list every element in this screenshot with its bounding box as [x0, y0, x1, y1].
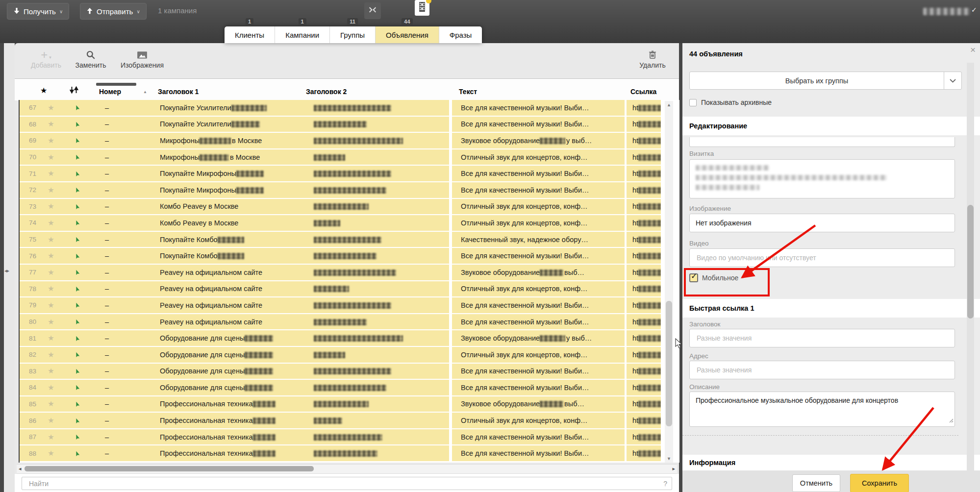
row-text-cell[interactable]: Отличный звук для концертов, конф… [452, 215, 625, 231]
search-input[interactable] [22, 477, 672, 490]
get-button[interactable]: Получить ∨ [7, 3, 69, 20]
row-headline2-cell[interactable] [308, 133, 449, 148]
user-account-redacted[interactable] [923, 8, 970, 15]
row-headline2-cell[interactable] [308, 232, 449, 247]
panel-scroll-thumb[interactable] [967, 205, 974, 319]
row-headline1-cell[interactable]: Комбо Peavey в Москве [160, 215, 308, 231]
row-text-cell[interactable]: Отличный звук для концертов, конф… [452, 199, 625, 215]
row-link-cell[interactable]: ht [627, 380, 661, 395]
ql-title-field[interactable] [689, 329, 955, 347]
delete-button[interactable]: Удалить [635, 47, 670, 69]
table-row[interactable]: 68★–Покупайте Усилители Все для качестве… [20, 117, 679, 132]
horizontal-scroll-thumb[interactable] [25, 466, 314, 471]
row-link-cell[interactable]: ht [627, 347, 661, 363]
row-link-cell[interactable]: ht [627, 182, 661, 198]
row-headline2-cell[interactable] [308, 215, 449, 231]
row-headline1-cell[interactable]: Микрофоныв Москве [160, 133, 308, 148]
column-header-h1[interactable]: Заголовок 1 [158, 88, 199, 96]
ql-address-field[interactable] [689, 361, 955, 379]
row-star-icon[interactable]: ★ [38, 133, 64, 148]
row-headline2-cell[interactable] [308, 347, 449, 363]
column-drag-indicator[interactable] [96, 83, 136, 86]
table-horizontal-scrollbar[interactable]: ◂ ▸ [17, 464, 677, 474]
table-row[interactable]: 87★–Профессиональная техника Все для кач… [20, 429, 679, 445]
row-headline1-cell[interactable]: Peavey на официальном сайте [160, 314, 308, 330]
row-headline2-cell[interactable] [308, 281, 449, 297]
tab-клиенты[interactable]: 1Клиенты [225, 26, 275, 43]
tab-кампании[interactable]: 1Кампании [275, 26, 329, 43]
row-headline2-cell[interactable] [308, 445, 449, 461]
row-text-cell[interactable]: Все для качественной музыки! Выби… [452, 314, 625, 330]
row-headline2-cell[interactable] [308, 100, 449, 116]
tab-группы[interactable]: 11Группы [329, 26, 375, 43]
row-star-icon[interactable]: ★ [38, 166, 64, 181]
tab-объявления[interactable]: 44Объявления [375, 26, 439, 43]
splitter-expand-icon[interactable]: ◂▸ [4, 268, 9, 274]
row-link-cell[interactable]: ht [627, 166, 661, 181]
row-headline1-cell[interactable]: Покупайте Усилители [160, 100, 308, 116]
row-link-cell[interactable]: ht [627, 314, 661, 330]
row-star-icon[interactable]: ★ [38, 100, 64, 116]
row-link-cell[interactable]: ht [627, 364, 661, 379]
row-star-icon[interactable]: ★ [38, 429, 64, 445]
ql-desc-textarea[interactable]: Профессиональное музыкальное оборудовани… [689, 392, 955, 427]
row-headline1-cell[interactable]: Покупайте Микрофоны [160, 182, 308, 198]
row-headline1-cell[interactable]: Peavey на официальном сайте [160, 281, 308, 297]
row-headline2-cell[interactable] [308, 413, 449, 428]
row-headline2-cell[interactable] [308, 149, 449, 165]
column-header-h2[interactable]: Заголовок 2 [306, 88, 347, 96]
row-link-cell[interactable]: ht [627, 445, 661, 461]
table-row[interactable]: 67★–Покупайте Усилители Все для качестве… [20, 100, 679, 116]
row-headline1-cell[interactable]: Peavey на официальном сайте [160, 265, 308, 280]
row-text-cell[interactable]: Отличный звук для концертов, конф… [452, 281, 625, 297]
row-text-cell[interactable]: Все для качественной музыки! Выби… [452, 248, 625, 264]
row-star-icon[interactable]: ★ [38, 232, 64, 247]
row-star-icon[interactable]: ★ [38, 215, 64, 231]
row-headline1-cell[interactable]: Покупайте Комбо [160, 248, 308, 264]
row-star-icon[interactable]: ★ [38, 117, 64, 132]
vcard-box[interactable] [689, 159, 955, 198]
row-link-cell[interactable]: ht [627, 248, 661, 264]
ql-address-input[interactable] [696, 366, 949, 374]
sync-status-column-icon[interactable] [70, 86, 78, 96]
row-star-icon[interactable]: ★ [38, 330, 64, 346]
clipped-field[interactable] [689, 137, 955, 147]
row-headline2-cell[interactable] [308, 380, 449, 395]
show-archived-row[interactable]: Показывать архивные [689, 98, 772, 106]
row-star-icon[interactable]: ★ [38, 199, 64, 215]
row-link-cell[interactable]: ht [627, 265, 661, 280]
collapse-columns-button[interactable] [364, 2, 381, 19]
row-link-cell[interactable]: ht [627, 199, 661, 215]
row-headline2-cell[interactable] [308, 182, 449, 198]
row-star-icon[interactable]: ★ [38, 347, 64, 363]
row-headline1-cell[interactable]: Микрофоныв Москве [160, 149, 308, 165]
row-headline2-cell[interactable] [308, 166, 449, 181]
row-text-cell[interactable]: Все для качественной музыки! Выби… [452, 364, 625, 379]
table-row[interactable]: 88★–Профессиональная техника Все для кач… [20, 445, 679, 461]
add-button[interactable]: +▾ Добавить [27, 47, 65, 69]
column-header-number[interactable]: Номер [99, 88, 121, 96]
row-star-icon[interactable]: ★ [38, 149, 64, 165]
table-row[interactable]: 84★–Оборудование для сцены Все для качес… [20, 380, 679, 395]
row-link-cell[interactable]: ht [627, 330, 661, 346]
table-row[interactable]: 71★–Покупайте Микрофоны Все для качестве… [20, 166, 679, 181]
star-column-icon[interactable]: ★ [40, 86, 47, 95]
row-headline1-cell[interactable]: Профессиональная техника [160, 396, 308, 412]
images-button[interactable]: Изображения [117, 47, 168, 69]
table-row[interactable]: 72★–Покупайте Микрофоны Все для качестве… [20, 182, 679, 198]
table-row[interactable]: 86★–Профессиональная техника Отличный зв… [20, 413, 679, 428]
row-text-cell[interactable]: Звуковое оборудование у выб… [452, 133, 625, 148]
row-text-cell[interactable]: Отличный звук для концертов, конф… [452, 413, 625, 428]
table-row[interactable]: 75★–Покупайте Комбо Качественный звук, н… [20, 232, 679, 247]
row-text-cell[interactable]: Отличный звук для концертов, конф… [452, 149, 625, 165]
row-link-cell[interactable]: ht [627, 281, 661, 297]
video-input[interactable] [696, 253, 949, 262]
row-headline1-cell[interactable]: Комбо Peavey в Москве [160, 199, 308, 215]
close-icon[interactable]: × [970, 45, 976, 55]
cancel-button[interactable]: Отменить [792, 474, 840, 492]
table-row[interactable]: 79★–Peavey на официальном сайтеВсе для к… [20, 297, 679, 313]
table-row[interactable]: 77★–Peavey на официальном сайтеЗвуковое … [20, 265, 679, 280]
row-star-icon[interactable]: ★ [38, 396, 64, 412]
table-row[interactable]: 76★–Покупайте Комбо Все для качественной… [20, 248, 679, 264]
row-link-cell[interactable]: ht [627, 396, 661, 412]
